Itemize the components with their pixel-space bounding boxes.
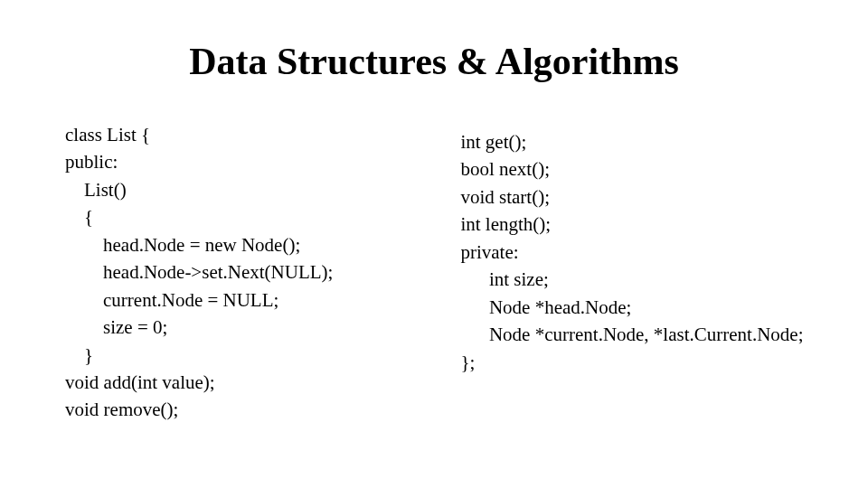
code-columns: class List { public: List() { head.Node … bbox=[54, 121, 814, 424]
slide: Data Structures & Algorithms class List … bbox=[0, 0, 868, 488]
code-right-column: int get(); bool next(); void start(); in… bbox=[460, 121, 835, 424]
page-title: Data Structures & Algorithms bbox=[54, 40, 814, 83]
code-left-column: class List { public: List() { head.Node … bbox=[65, 121, 424, 424]
